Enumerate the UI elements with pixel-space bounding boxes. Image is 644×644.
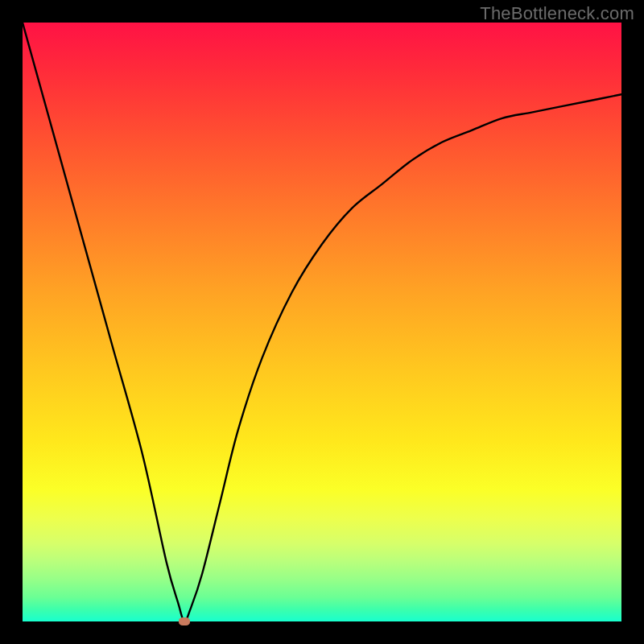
chart-frame: TheBottleneck.com [0, 0, 644, 644]
watermark-text: TheBottleneck.com [480, 3, 634, 24]
min-marker [179, 617, 190, 625]
bottleneck-curve-path [23, 23, 621, 621]
curve-svg [23, 23, 621, 621]
plot-area [23, 23, 621, 621]
